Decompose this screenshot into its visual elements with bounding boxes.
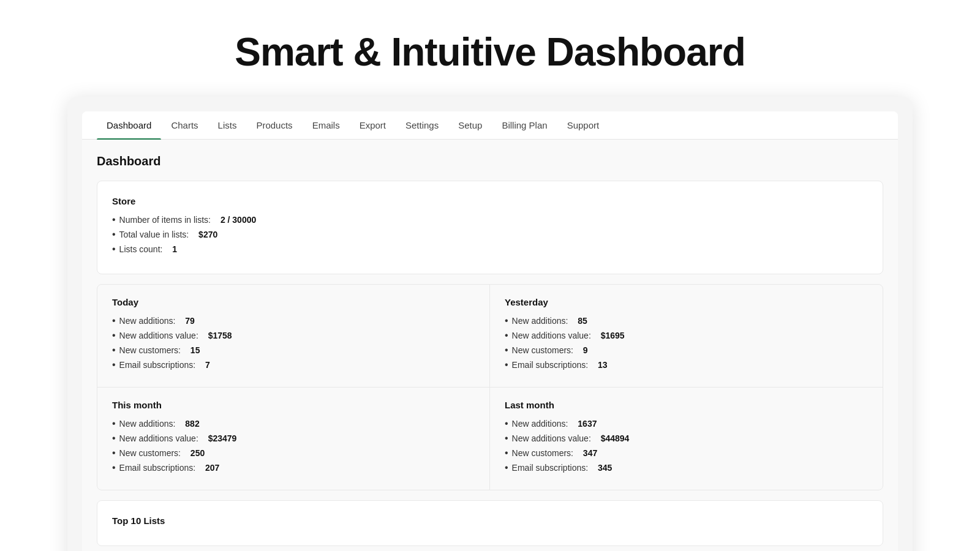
this-month-new-customers: New customers: 250 xyxy=(112,448,475,458)
this-month-panel: This month New additions: 882 New additi… xyxy=(97,388,490,490)
yesterday-new-customers: New customers: 9 xyxy=(505,345,868,355)
this-month-new-additions: New additions: 882 xyxy=(112,419,475,429)
nav-item-charts[interactable]: Charts xyxy=(161,111,208,139)
today-yesterday-row: Today New additions: 79 New additions va… xyxy=(97,285,883,387)
yesterday-stats-list: New additions: 85 New additions value: $… xyxy=(505,316,868,370)
store-items-in-lists: Number of items in lists: 2 / 30000 xyxy=(112,215,868,225)
today-email-subscriptions: Email subscriptions: 7 xyxy=(112,360,475,370)
yesterday-title: Yesterday xyxy=(505,297,868,307)
last-month-panel: Last month New additions: 1637 New addit… xyxy=(490,388,883,490)
last-month-stats-list: New additions: 1637 New additions value:… xyxy=(505,419,868,473)
last-month-new-additions: New additions: 1637 xyxy=(505,419,868,429)
this-month-last-month-row: This month New additions: 882 New additi… xyxy=(97,388,883,490)
today-new-additions-value: New additions value: $1758 xyxy=(112,331,475,340)
top-lists-title: Top 10 Lists xyxy=(112,515,868,526)
today-yesterday-card: Today New additions: 79 New additions va… xyxy=(97,284,883,490)
this-month-title: This month xyxy=(112,400,475,410)
yesterday-new-additions-value: New additions value: $1695 xyxy=(505,331,868,340)
nav-item-billing[interactable]: Billing Plan xyxy=(492,111,557,139)
last-month-new-customers: New customers: 347 xyxy=(505,448,868,458)
nav-item-settings[interactable]: Settings xyxy=(396,111,448,139)
last-month-title: Last month xyxy=(505,400,868,410)
page-title: Dashboard xyxy=(97,154,883,168)
this-month-stats-list: New additions: 882 New additions value: … xyxy=(112,419,475,473)
browser-frame: Dashboard Charts Lists Products Emails E… xyxy=(67,97,913,551)
app-container: Dashboard Charts Lists Products Emails E… xyxy=(82,111,898,551)
today-new-additions: New additions: 79 xyxy=(112,316,475,326)
nav-item-setup[interactable]: Setup xyxy=(448,111,492,139)
yesterday-email-subscriptions: Email subscriptions: 13 xyxy=(505,360,868,370)
today-title: Today xyxy=(112,297,475,307)
nav-item-products[interactable]: Products xyxy=(246,111,302,139)
today-stats-list: New additions: 79 New additions value: $… xyxy=(112,316,475,370)
yesterday-panel: Yesterday New additions: 85 New addition… xyxy=(490,285,883,387)
nav-item-export[interactable]: Export xyxy=(350,111,396,139)
nav-item-lists[interactable]: Lists xyxy=(208,111,247,139)
last-month-new-additions-value: New additions value: $44894 xyxy=(505,433,868,443)
today-panel: Today New additions: 79 New additions va… xyxy=(97,285,490,387)
store-total-value: Total value in lists: $270 xyxy=(112,230,868,239)
today-new-customers: New customers: 15 xyxy=(112,345,475,355)
nav-item-dashboard[interactable]: Dashboard xyxy=(97,111,161,139)
nav-item-emails[interactable]: Emails xyxy=(303,111,350,139)
top-lists-card: Top 10 Lists xyxy=(97,500,883,546)
yesterday-new-additions: New additions: 85 xyxy=(505,316,868,326)
store-card: Store Number of items in lists: 2 / 3000… xyxy=(97,181,883,274)
page-headline: Smart & Intuitive Dashboard xyxy=(235,0,745,97)
nav-item-support[interactable]: Support xyxy=(557,111,609,139)
this-month-new-additions-value: New additions value: $23479 xyxy=(112,433,475,443)
store-title: Store xyxy=(112,196,868,206)
last-month-email-subscriptions: Email subscriptions: 345 xyxy=(505,463,868,473)
this-month-email-subscriptions: Email subscriptions: 207 xyxy=(112,463,475,473)
store-stats-list: Number of items in lists: 2 / 30000 Tota… xyxy=(112,215,868,254)
nav-bar: Dashboard Charts Lists Products Emails E… xyxy=(82,111,898,140)
content-area: Dashboard Store Number of items in lists… xyxy=(82,140,898,551)
store-lists-count: Lists count: 1 xyxy=(112,244,868,254)
